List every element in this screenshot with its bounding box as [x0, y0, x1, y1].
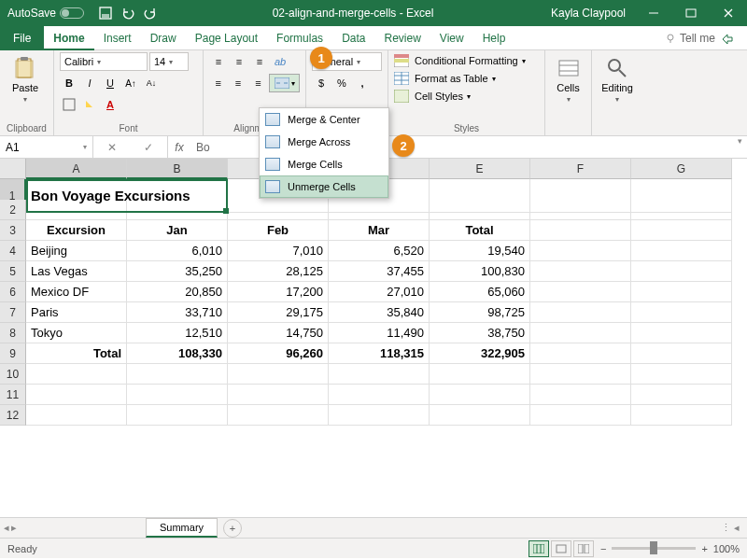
page-break-view-button[interactable]	[573, 540, 594, 557]
conditional-formatting-button[interactable]: Conditional Formatting▾	[394, 54, 539, 67]
borders-button[interactable]	[60, 95, 78, 114]
column-header[interactable]: E	[430, 159, 530, 179]
tab-page-layout[interactable]: Page Layout	[186, 26, 267, 50]
table-cell[interactable]: 27,010	[329, 282, 430, 302]
tab-file[interactable]: File	[0, 26, 44, 50]
table-cell[interactable]: Paris	[26, 302, 127, 323]
table-cell[interactable]: 33,710	[127, 302, 228, 323]
share-button[interactable]	[721, 32, 747, 45]
name-box[interactable]: A1▾	[0, 136, 93, 158]
zoom-out-button[interactable]: −	[600, 543, 606, 554]
orientation-icon[interactable]: ab	[271, 52, 289, 71]
increase-font-icon[interactable]: A↑	[121, 74, 140, 92]
zoom-in-button[interactable]: +	[701, 543, 707, 554]
font-name-combo[interactable]: Calibri▾	[60, 52, 148, 71]
table-cell[interactable]: 7,010	[228, 241, 329, 261]
table-header[interactable]: Mar	[329, 220, 430, 241]
autosave-toggle[interactable]: AutoSave	[0, 7, 92, 20]
table-cell[interactable]: 37,455	[329, 261, 430, 282]
percent-format-icon[interactable]: %	[332, 74, 351, 92]
tell-me-search[interactable]: Tell me	[659, 32, 721, 45]
next-sheet-icon[interactable]: ▸	[11, 522, 17, 534]
table-cell[interactable]: 6,010	[127, 241, 228, 261]
table-cell[interactable]: 29,175	[228, 302, 329, 323]
fx-icon[interactable]: fx	[168, 136, 190, 158]
column-header[interactable]: A	[26, 159, 127, 179]
zoom-level[interactable]: 100%	[713, 543, 740, 554]
total-cell[interactable]: 108,330	[127, 343, 228, 364]
merge-and-center-item[interactable]: Merge & Center	[260, 108, 388, 131]
worksheet-grid[interactable]: ABCDEFG1Bon Voyage Excursions23Excursion…	[0, 159, 747, 517]
font-color-button[interactable]: A	[101, 95, 120, 114]
table-header[interactable]: Jan	[127, 220, 228, 241]
table-cell[interactable]: 12,510	[127, 323, 228, 343]
total-cell[interactable]: 118,315	[329, 343, 430, 364]
tab-data[interactable]: Data	[332, 26, 374, 50]
table-header[interactable]: Total	[430, 220, 530, 241]
table-cell[interactable]: Mexico DF	[26, 282, 127, 302]
table-cell[interactable]: 6,520	[329, 241, 430, 261]
tab-help[interactable]: Help	[473, 26, 515, 50]
sheet-tab-summary[interactable]: Summary	[146, 518, 218, 538]
maximize-button[interactable]	[672, 0, 710, 26]
table-cell[interactable]: 98,725	[430, 302, 530, 323]
total-cell[interactable]: 322,905	[430, 343, 530, 364]
normal-view-button[interactable]	[529, 540, 549, 557]
paste-button[interactable]: Paste ▾	[6, 52, 45, 104]
table-cell[interactable]: 11,490	[329, 323, 430, 343]
merge-across-item[interactable]: Merge Across	[260, 131, 388, 153]
format-as-table-button[interactable]: Format as Table▾	[394, 72, 539, 85]
table-cell[interactable]: 19,540	[430, 241, 530, 261]
table-cell[interactable]: 65,060	[430, 282, 530, 302]
cell-styles-button[interactable]: Cell Styles▾	[394, 90, 539, 103]
decrease-font-icon[interactable]: A↓	[142, 74, 161, 92]
tab-scroll-left-icon[interactable]: ◂	[734, 522, 747, 534]
user-name[interactable]: Kayla Claypool	[542, 7, 635, 20]
table-cell[interactable]: Las Vegas	[26, 261, 127, 282]
enter-formula-icon[interactable]: ✓	[144, 141, 153, 154]
align-center-icon[interactable]: ≡	[229, 74, 247, 92]
save-icon[interactable]	[95, 3, 116, 23]
underline-button[interactable]: U	[101, 74, 120, 92]
comma-format-icon[interactable]: ,	[353, 74, 372, 92]
table-cell[interactable]: Tokyo	[26, 323, 127, 343]
table-header[interactable]: Excursion	[26, 220, 127, 241]
table-cell[interactable]: 35,250	[127, 261, 228, 282]
editing-button[interactable]: Editing▾	[598, 52, 637, 104]
tab-insert[interactable]: Insert	[94, 26, 141, 50]
fill-color-button[interactable]	[80, 95, 99, 114]
align-middle-icon[interactable]: ≡	[230, 52, 248, 71]
column-header[interactable]: G	[631, 159, 732, 179]
column-header[interactable]: B	[127, 159, 228, 179]
total-cell[interactable]: 96,260	[228, 343, 329, 364]
font-size-combo[interactable]: 14▾	[149, 52, 189, 71]
tab-scroll-icon[interactable]: ⋮	[721, 522, 734, 534]
undo-icon[interactable]	[118, 3, 138, 23]
column-header[interactable]: F	[530, 159, 631, 179]
align-top-icon[interactable]: ≡	[209, 52, 228, 71]
zoom-slider[interactable]	[612, 547, 696, 550]
prev-sheet-icon[interactable]: ◂	[4, 522, 9, 534]
close-button[interactable]	[710, 0, 747, 26]
page-layout-view-button[interactable]	[551, 540, 571, 557]
merge-center-button[interactable]: ▾	[269, 74, 300, 92]
table-cell[interactable]: 28,125	[228, 261, 329, 282]
table-cell[interactable]: Beijing	[26, 241, 127, 261]
redo-icon[interactable]	[140, 3, 161, 23]
accounting-format-icon[interactable]: $	[312, 74, 331, 92]
tab-view[interactable]: View	[430, 26, 473, 50]
table-cell[interactable]: 17,200	[228, 282, 329, 302]
total-cell[interactable]: Total	[26, 343, 127, 364]
table-cell[interactable]: 100,830	[430, 261, 530, 282]
table-header[interactable]: Feb	[228, 220, 329, 241]
table-cell[interactable]: 20,850	[127, 282, 228, 302]
tab-review[interactable]: Review	[374, 26, 430, 50]
align-right-icon[interactable]: ≡	[249, 74, 267, 92]
align-left-icon[interactable]: ≡	[209, 74, 227, 92]
tab-home[interactable]: Home	[44, 26, 93, 50]
bold-button[interactable]: B	[60, 74, 78, 92]
tab-draw[interactable]: Draw	[141, 26, 186, 50]
merge-cells-item[interactable]: Merge Cells	[260, 153, 388, 175]
table-cell[interactable]: 38,750	[430, 323, 530, 343]
align-bottom-icon[interactable]: ≡	[250, 52, 269, 71]
